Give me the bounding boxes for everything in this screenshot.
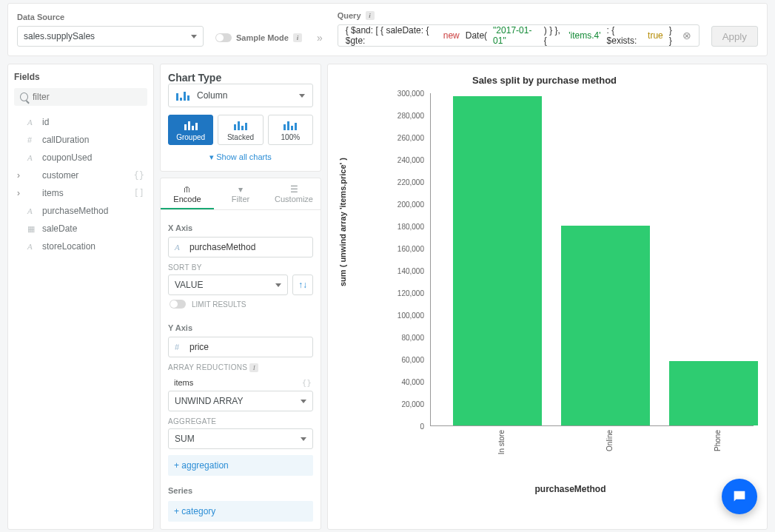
x-category-label: Online <box>605 430 614 451</box>
bar-online[interactable] <box>561 226 650 425</box>
sample-mode-toggle[interactable] <box>215 33 232 42</box>
clear-query-icon[interactable]: ⊗ <box>682 30 691 41</box>
y-tick: 40,000 <box>401 378 424 386</box>
tab-encode[interactable]: ⫙Encode <box>161 178 214 209</box>
chart-title: Sales split by purchase method <box>335 75 754 86</box>
query-input[interactable]: { $and: [ { saleDate: { $gte: new Date("… <box>338 24 699 47</box>
search-icon <box>20 92 28 101</box>
field-couponUsed[interactable]: AcouponUsed <box>14 149 147 166</box>
tab-customize[interactable]: ☰Customize <box>267 178 321 209</box>
field-id[interactable]: Aid <box>14 113 147 131</box>
info-icon[interactable]: i <box>293 33 302 42</box>
encode-panel: ⫙Encode▾Filter☰Customize X Axis Apurchas… <box>160 178 321 530</box>
column-icon <box>176 90 189 101</box>
expand-icon[interactable]: » <box>314 32 326 47</box>
y-tick: 220,000 <box>397 178 424 186</box>
y-axis-field-chip[interactable]: #price <box>168 337 313 357</box>
bar-in-store[interactable] <box>453 96 542 426</box>
add-category-button[interactable]: + category <box>168 501 313 522</box>
field-items[interactable]: ›items[] <box>14 184 147 202</box>
fields-panel: Fields Aid#callDurationAcouponUsed›custo… <box>7 64 154 530</box>
fields-filter-input[interactable] <box>33 92 141 102</box>
tab-filter[interactable]: ▾Filter <box>214 178 267 209</box>
series-title: Series <box>168 486 313 495</box>
field-purchaseMethod[interactable]: ApurchaseMethod <box>14 202 147 220</box>
help-chat-button[interactable] <box>722 479 757 514</box>
chart-subtype-100%[interactable]: 100% <box>268 115 313 145</box>
chart-subtype-stacked[interactable]: Stacked <box>218 115 263 145</box>
limit-results-label: LIMIT RESULTS <box>192 300 246 309</box>
info-icon[interactable]: i <box>249 363 258 372</box>
x-category-label: Phone <box>714 430 722 451</box>
y-axis-title: Y Axis <box>168 323 313 332</box>
field-customer[interactable]: ›customer{} <box>14 166 147 184</box>
x-axis-field-chip[interactable]: ApurchaseMethod <box>168 237 313 257</box>
y-tick: 240,000 <box>397 156 424 164</box>
y-tick: 80,000 <box>401 334 424 342</box>
fields-title: Fields <box>14 72 147 82</box>
data-source-select[interactable]: sales.supplySales <box>17 26 204 47</box>
y-tick: 100,000 <box>397 312 424 320</box>
fields-search[interactable] <box>14 88 147 106</box>
limit-results-toggle[interactable] <box>170 300 186 309</box>
y-tick: 280,000 <box>397 112 424 120</box>
x-category-label: In store <box>497 430 506 454</box>
field-storeLocation[interactable]: AstoreLocation <box>14 238 147 255</box>
aggregate-label: AGGREGATE <box>168 417 313 425</box>
field-saleDate[interactable]: ▦saleDate <box>14 220 147 238</box>
apply-button[interactable]: Apply <box>711 26 758 47</box>
sortby-label: SORT BY <box>168 263 313 272</box>
y-tick: 20,000 <box>401 400 424 408</box>
array-reductions-label: ARRAY REDUCTIONS i <box>168 363 313 372</box>
chart-subtype-grouped[interactable]: Grouped <box>168 115 213 145</box>
y-tick: 300,000 <box>397 90 424 98</box>
unwind-select[interactable]: UNWIND ARRAY <box>168 391 313 411</box>
y-axis-label: sum ( unwind array 'items.price' ) <box>338 158 347 286</box>
query-label: Query i <box>338 11 699 20</box>
x-axis-title: X Axis <box>168 223 313 232</box>
sort-direction-button[interactable]: ↑↓ <box>292 275 313 295</box>
sample-mode-label: Sample Mode i <box>215 33 302 42</box>
field-callDuration[interactable]: #callDuration <box>14 131 147 149</box>
items-row: items{} <box>168 375 313 391</box>
y-tick: 120,000 <box>397 289 424 297</box>
y-tick: 0 <box>420 422 424 431</box>
data-source-label: Data Source <box>17 13 204 21</box>
add-aggregation-button[interactable]: + aggregation <box>168 455 313 476</box>
y-tick: 260,000 <box>397 134 424 142</box>
sortby-select[interactable]: VALUE <box>168 275 288 295</box>
y-tick: 160,000 <box>397 245 424 253</box>
y-tick: 60,000 <box>401 356 424 364</box>
y-tick: 180,000 <box>397 223 424 231</box>
chart-type-title: Chart Type <box>168 72 313 84</box>
bar-phone[interactable] <box>669 361 758 425</box>
y-tick: 140,000 <box>397 267 424 275</box>
aggregate-select[interactable]: SUM <box>168 428 313 449</box>
show-all-charts-link[interactable]: ▾ Show all charts <box>168 145 313 164</box>
chart-type-panel: Chart Type Column GroupedStacked100% ▾ S… <box>160 64 321 172</box>
chevron-down-icon <box>299 94 305 98</box>
chart-type-select[interactable]: Column <box>168 84 313 107</box>
chevron-down-icon <box>191 35 197 38</box>
info-icon[interactable]: i <box>366 11 375 20</box>
top-query-bar: Data Source sales.supplySales Sample Mod… <box>7 3 768 56</box>
x-axis-label: purchaseMethod <box>387 484 754 494</box>
y-tick: 200,000 <box>397 201 424 209</box>
chat-icon <box>731 488 748 505</box>
chart-panel: Sales split by purchase method sum ( unw… <box>327 64 768 530</box>
